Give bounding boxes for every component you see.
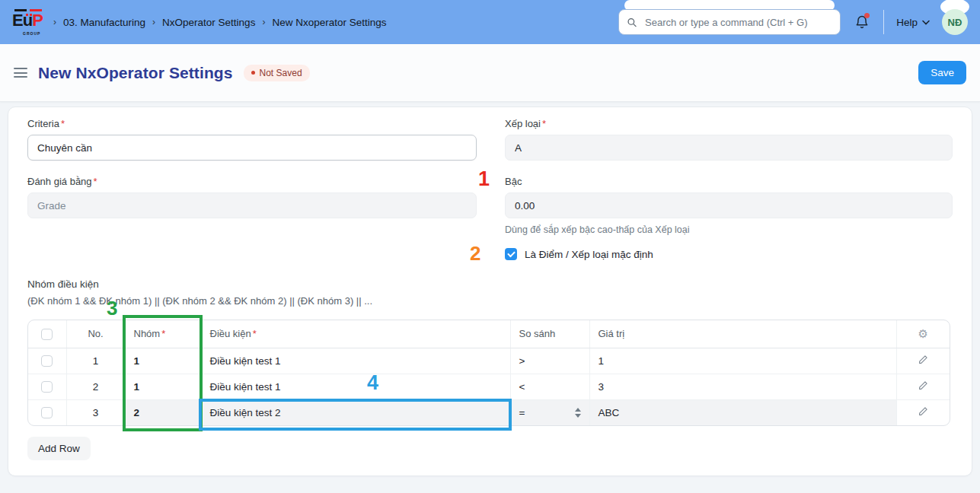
logo-red-letter: P (32, 11, 43, 30)
cell-gia-tri[interactable]: ABC (589, 399, 896, 425)
field-xep-loai: Xếp loại* (505, 118, 953, 161)
field-bac: Bậc Dùng để sắp xếp bậc cao-thấp của Xếp… (505, 176, 953, 236)
cell-dieu-kien[interactable]: Điều kiện test 2 (201, 399, 510, 425)
bac-label: Bậc (505, 176, 953, 188)
avatar[interactable]: NĐ (942, 9, 968, 35)
header-nhom: Nhóm* (125, 320, 201, 348)
annotation-digit-3: 3 (107, 298, 117, 318)
row-edit-button[interactable] (896, 348, 950, 374)
edit-pencil-icon (918, 380, 928, 390)
default-checkbox-row: Là Điểm / Xếp loại mặc định (505, 248, 953, 260)
criteria-input[interactable] (27, 135, 477, 161)
select-all-cell[interactable] (28, 320, 66, 348)
search-input[interactable] (643, 16, 832, 29)
condition-group-section-label: Nhóm điều kiện (27, 278, 953, 291)
row-checkbox[interactable] (41, 407, 53, 418)
eup-logo[interactable]: EuP GROUP (12, 7, 46, 37)
select-all-checkbox[interactable] (41, 329, 53, 340)
condition-table-frame: No. Nhóm* Điều kiện* So sánh Giá trị ⚙ 1… (27, 320, 950, 426)
notifications-button[interactable] (853, 13, 871, 31)
grid-settings-cell[interactable]: ⚙ (896, 320, 950, 348)
table-header-row: No. Nhóm* Điều kiện* So sánh Giá trị ⚙ (28, 320, 950, 348)
help-menu[interactable]: Help (896, 17, 930, 28)
cell-so-sanh[interactable]: > (510, 348, 589, 374)
required-mark: * (161, 328, 165, 339)
logo-black-letters: Eu (12, 11, 32, 30)
breadcrumb-separator: › (53, 17, 56, 27)
xep-loai-label: Xếp loại* (505, 118, 953, 130)
row-checkbox[interactable] (41, 381, 53, 393)
required-mark: * (542, 118, 546, 129)
app-window: EuP GROUP › 03. Manufacturing › NxOperat… (0, 0, 980, 493)
global-search[interactable] (618, 9, 841, 35)
page-content: Criteria* Đánh giá bằng* Xếp loại* (0, 102, 980, 476)
breadcrumb-item-manufacturing[interactable]: 03. Manufacturing (63, 17, 145, 28)
status-badge-label: Not Saved (260, 68, 302, 78)
cell-gia-tri[interactable]: 3 (589, 374, 896, 399)
status-dot-icon (251, 71, 255, 75)
fields-column-right: Xếp loại* Bậc Dùng để sắp xếp bậc cao-th… (505, 118, 953, 260)
avatar-wrap: NĐ (942, 9, 968, 35)
so-sanh-value: = (519, 407, 525, 418)
header-no: No. (66, 320, 125, 348)
cell-dieu-kien[interactable]: Điều kiện test 1 (201, 374, 510, 399)
annotation-digit-2: 2 (470, 243, 480, 263)
navbar-divider (883, 10, 884, 34)
header-so-sanh: So sánh (510, 320, 589, 348)
row-select-cell[interactable] (28, 399, 66, 425)
help-label: Help (896, 17, 918, 28)
navbar-right-group: Help NĐ (618, 9, 968, 35)
breadcrumb-separator: › (152, 17, 155, 27)
cell-dieu-kien[interactable]: Điều kiện test 1 (201, 348, 510, 374)
checked-checkbox-icon[interactable] (505, 248, 517, 260)
edit-pencil-icon (918, 355, 928, 364)
row-number-cell: 2 (66, 374, 125, 399)
danh-gia-bang-input[interactable] (27, 192, 477, 218)
row-edit-button[interactable] (896, 374, 950, 399)
save-button[interactable]: Save (918, 61, 966, 84)
page-title: New NxOperator Settings (38, 64, 233, 82)
cell-nhom[interactable]: 2 (125, 399, 201, 425)
header-gia-tri: Giá trị (589, 320, 896, 348)
search-icon (627, 17, 637, 28)
grid-body: 11Điều kiện test 1>121Điều kiện test 1<3… (28, 348, 950, 425)
row-number-cell: 3 (66, 399, 125, 425)
condition-table: No. Nhóm* Điều kiện* So sánh Giá trị ⚙ 1… (28, 320, 950, 425)
edit-pencil-icon (918, 406, 928, 416)
xep-loai-input[interactable] (505, 135, 953, 161)
field-danh-gia-bang: Đánh giá bằng* (27, 176, 477, 218)
hamburger-menu-icon[interactable] (14, 68, 27, 78)
danh-gia-bang-label: Đánh giá bằng* (27, 176, 477, 188)
logo-sub-text: GROUP (23, 31, 40, 36)
annotation-digit-1: 1 (478, 169, 490, 189)
status-badge: Not Saved (244, 65, 310, 81)
fields-column-left: Criteria* Đánh giá bằng* (27, 118, 477, 260)
breadcrumb-item-new-nxoperator-settings[interactable]: New Nxoperator Settings (272, 17, 386, 28)
condition-group-formula: (ĐK nhóm 1 && ĐK nhóm 1) || (ĐK nhóm 2 &… (27, 295, 953, 307)
header-dieu-kien: Điều kiện* (201, 320, 510, 348)
cell-nhom[interactable]: 1 (125, 348, 201, 374)
table-row: 11Điều kiện test 1>1 (28, 348, 950, 374)
cell-so-sanh[interactable]: < (510, 374, 589, 399)
cell-gia-tri[interactable]: 1 (589, 348, 896, 374)
cell-so-sanh[interactable]: = (510, 399, 589, 425)
add-row-button[interactable]: Add Row (27, 437, 91, 460)
table-row: 32Điều kiện test 2=ABC (28, 399, 950, 425)
required-mark: * (61, 118, 65, 129)
required-mark: * (253, 328, 257, 339)
select-spinner-icon[interactable] (575, 408, 581, 418)
bac-input[interactable] (505, 192, 953, 218)
breadcrumb: › 03. Manufacturing › NxOperator Setting… (53, 17, 386, 28)
row-select-cell[interactable] (28, 374, 66, 399)
row-edit-button[interactable] (896, 399, 950, 425)
row-select-cell[interactable] (28, 348, 66, 374)
form-card: Criteria* Đánh giá bằng* Xếp loại* (8, 107, 972, 476)
breadcrumb-item-nxoperator-settings[interactable]: NxOperator Settings (162, 17, 255, 28)
cell-nhom[interactable]: 1 (125, 374, 201, 399)
search-wrap (618, 9, 841, 35)
bac-help-text: Dùng để sắp xếp bậc cao-thấp của Xếp loạ… (505, 224, 953, 236)
table-row: 21Điều kiện test 1<3 (28, 374, 950, 399)
page-header: New NxOperator Settings Not Saved Save (0, 44, 980, 102)
chevron-down-icon (922, 20, 930, 25)
row-checkbox[interactable] (41, 355, 53, 367)
